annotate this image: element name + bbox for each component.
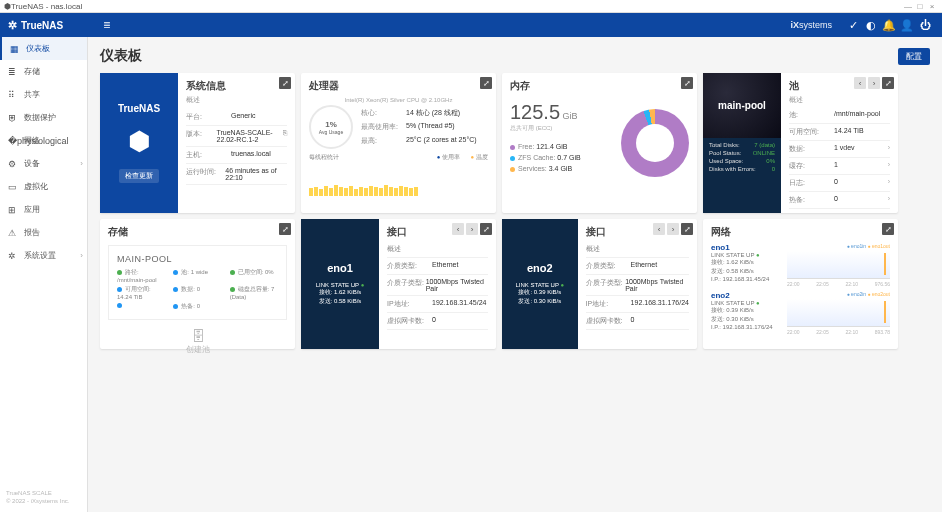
card-cpu: ⤢ 处理器 Intel(R) Xeon(R) Silver CPU @ 2.10… bbox=[301, 73, 496, 213]
sidebar-item-6[interactable]: ▭虚拟化 bbox=[0, 175, 87, 198]
chevron-right-icon[interactable]: › bbox=[888, 144, 890, 154]
net-traffic-chart bbox=[787, 299, 890, 327]
sidebar-icon: ⚙ bbox=[8, 159, 18, 169]
card-move-icon[interactable]: ⤢ bbox=[480, 223, 492, 235]
brand-text: TrueNAS bbox=[21, 20, 63, 31]
prev-icon[interactable]: ‹ bbox=[854, 77, 866, 89]
next-icon[interactable]: › bbox=[466, 223, 478, 235]
card-move-icon[interactable]: ⤢ bbox=[480, 77, 492, 89]
pool-visual: main-pool bbox=[703, 73, 781, 138]
window-max-button[interactable]: □ bbox=[914, 2, 926, 11]
sysinfo-brand: TrueNAS bbox=[118, 103, 160, 114]
user-icon[interactable]: 👤 bbox=[898, 19, 916, 32]
configure-button[interactable]: 配置 bbox=[898, 48, 930, 65]
brand-icon: ✲ bbox=[8, 19, 17, 32]
app-icon: ⬢ bbox=[4, 2, 11, 11]
sidebar-icon: ⚠ bbox=[8, 228, 18, 238]
storage-pool-name: MAIN-POOL bbox=[117, 254, 278, 264]
power-icon[interactable]: ⏻ bbox=[916, 19, 934, 31]
sidebar-item-5[interactable]: ⚙设备› bbox=[0, 152, 87, 175]
database-icon: 🗄 bbox=[108, 328, 287, 344]
sidebar-item-1[interactable]: ≣存储 bbox=[0, 60, 87, 83]
card-move-icon[interactable]: ⤢ bbox=[681, 223, 693, 235]
card-move-icon[interactable]: ⤢ bbox=[882, 77, 894, 89]
sidebar-item-2[interactable]: ⠿共享 bbox=[0, 83, 87, 106]
cpu-usage-gauge: 1% Avg Usage bbox=[309, 105, 353, 149]
card-interface-1: eno2 LINK STATE UP ● 接收: 0.39 KiB/s 发送: … bbox=[502, 219, 697, 349]
next-icon[interactable]: › bbox=[868, 77, 880, 89]
sidebar-icon: �physiological bbox=[8, 136, 18, 146]
chevron-right-icon[interactable]: › bbox=[888, 161, 890, 171]
card-move-icon[interactable]: ⤢ bbox=[681, 77, 693, 89]
copy-icon[interactable]: ⎘ bbox=[283, 129, 287, 143]
card-memory: ⤢ 内存 125.5 GiB 总共可用 (ECC) Free: 121.4 Gi… bbox=[502, 73, 697, 213]
check-update-button[interactable]: 检查更新 bbox=[119, 169, 159, 183]
sidebar-icon: ⠿ bbox=[8, 90, 18, 100]
create-pool-button[interactable]: 创建池 bbox=[108, 344, 287, 355]
card-interface-0: eno1 LINK STATE UP ● 接收: 1.62 KiB/s 发送: … bbox=[301, 219, 496, 349]
sidebar-item-4[interactable]: �physiological网络 bbox=[0, 129, 87, 152]
card-storage: ⤢ 存储 MAIN-POOL 路径: /mnt/main-pool池: 1 wi… bbox=[100, 219, 295, 349]
os-titlebar: ⬢ TrueNAS - nas.local — □ × bbox=[0, 0, 942, 13]
sidebar-footer: TrueNAS SCALE © 2022 - iXsystems Inc. bbox=[0, 484, 87, 512]
menu-toggle-icon[interactable]: ≡ bbox=[103, 18, 110, 32]
window-title: TrueNAS - nas.local bbox=[11, 2, 902, 11]
alerts-icon[interactable]: 🔔 bbox=[880, 19, 898, 32]
sidebar-item-7[interactable]: ⊞应用 bbox=[0, 198, 87, 221]
sysinfo-title: 系统信息 bbox=[186, 79, 287, 93]
app-topbar: ✲ TrueNAS ≡ iXiXsystemssystems ✓ ◐ 🔔 👤 ⏻ bbox=[0, 13, 942, 37]
chevron-right-icon[interactable]: › bbox=[888, 178, 890, 188]
truenas-cube-icon: ⬢ bbox=[128, 126, 151, 157]
card-move-icon[interactable]: ⤢ bbox=[279, 77, 291, 89]
card-pool: main-pool Total Disks:7 (data)Pool Statu… bbox=[703, 73, 898, 213]
prev-icon[interactable]: ‹ bbox=[452, 223, 464, 235]
sidebar-icon: ✲ bbox=[8, 251, 18, 261]
cpu-thread-bars bbox=[309, 170, 488, 196]
page-title: 仪表板 bbox=[100, 47, 142, 65]
sidebar-icon: ⊞ bbox=[8, 205, 18, 215]
sidebar-icon: ≣ bbox=[8, 67, 18, 77]
sidebar-icon: ▦ bbox=[10, 44, 20, 54]
sidebar-item-0[interactable]: ▦仪表板 bbox=[0, 37, 87, 60]
prev-icon[interactable]: ‹ bbox=[653, 223, 665, 235]
memory-donut-chart bbox=[621, 109, 689, 177]
net-traffic-chart bbox=[787, 251, 890, 279]
chevron-right-icon: › bbox=[80, 159, 83, 168]
card-move-icon[interactable]: ⤢ bbox=[882, 223, 894, 235]
sidebar-item-3[interactable]: ⛨数据保护 bbox=[0, 106, 87, 129]
jobs-icon[interactable]: ◐ bbox=[862, 19, 880, 32]
card-network: ⤢ 网络 eno1 LINK STATE UP ● 接收: 1.62 KiB/s… bbox=[703, 219, 898, 349]
sidebar-icon: ▭ bbox=[8, 182, 18, 192]
net-iface-row: eno1 LINK STATE UP ● 接收: 1.62 KiB/s发送: 0… bbox=[711, 243, 890, 287]
sidebar-item-9[interactable]: ✲系统设置› bbox=[0, 244, 87, 267]
sidebar-item-8[interactable]: ⚠报告 bbox=[0, 221, 87, 244]
next-icon[interactable]: › bbox=[667, 223, 679, 235]
card-sysinfo: TrueNAS ⬢ 检查更新 ⤢ 系统信息 概述 平台:Generic版本:Tr… bbox=[100, 73, 295, 213]
sidebar-icon: ⛨ bbox=[8, 113, 18, 123]
net-iface-row: eno2 LINK STATE UP ● 接收: 0.39 KiB/s发送: 0… bbox=[711, 291, 890, 335]
window-min-button[interactable]: — bbox=[902, 2, 914, 11]
status-icon[interactable]: ✓ bbox=[844, 19, 862, 32]
card-move-icon[interactable]: ⤢ bbox=[279, 223, 291, 235]
vendor-logo[interactable]: iXiXsystemssystems bbox=[790, 20, 832, 30]
content-area: 仪表板 配置 TrueNAS ⬢ 检查更新 ⤢ 系统信息 概述 平台:Gener… bbox=[88, 37, 942, 512]
brand-logo[interactable]: ✲ TrueNAS bbox=[8, 19, 63, 32]
sidebar: ▦仪表板≣存储⠿共享⛨数据保护�physiological网络⚙设备›▭虚拟化⊞… bbox=[0, 37, 88, 512]
chevron-right-icon: › bbox=[80, 251, 83, 260]
chevron-right-icon[interactable]: › bbox=[888, 195, 890, 205]
window-close-button[interactable]: × bbox=[926, 2, 938, 11]
